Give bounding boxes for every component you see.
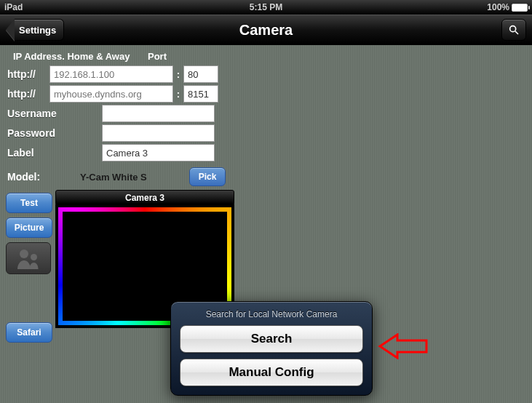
pick-button[interactable]: Pick bbox=[189, 167, 226, 186]
proto-label-2: http:// bbox=[7, 88, 49, 100]
camera-form: IP Address. Home & Away Port http:// : h… bbox=[0, 45, 269, 187]
row-label: Label bbox=[7, 143, 262, 162]
nav-bar: Settings Camera bbox=[0, 15, 532, 45]
preview-title: Camera 3 bbox=[55, 190, 234, 204]
form-headers: IP Address. Home & Away Port bbox=[7, 51, 262, 62]
search-popover: Search for Local Network Camera Search M… bbox=[170, 301, 373, 396]
status-battery-percent: 100% bbox=[487, 2, 509, 12]
row-password: Password bbox=[7, 124, 262, 143]
colon-sep-1: : bbox=[173, 69, 183, 80]
search-button[interactable] bbox=[501, 19, 526, 41]
app-root: iPad 5:15 PM 100% Settings Camera IP Add… bbox=[0, 0, 532, 403]
label-input[interactable] bbox=[102, 144, 215, 161]
colon-sep-2: : bbox=[173, 89, 183, 100]
row-username: Username bbox=[7, 104, 262, 123]
username-label: Username bbox=[7, 108, 102, 119]
safari-button[interactable]: Safari bbox=[6, 322, 52, 343]
away-ip-input[interactable] bbox=[49, 85, 173, 103]
person-silhouette-icon bbox=[15, 247, 41, 269]
status-battery: 100% bbox=[487, 2, 528, 12]
popover-search-button[interactable]: Search bbox=[180, 325, 363, 353]
home-port-input[interactable] bbox=[183, 65, 218, 83]
svg-point-0 bbox=[510, 26, 516, 32]
popover-title: Search for Local Network Camera bbox=[180, 309, 363, 319]
magnifier-icon bbox=[508, 24, 520, 36]
side-buttons: Test Picture Safari bbox=[6, 190, 52, 343]
back-button[interactable]: Settings bbox=[6, 19, 64, 41]
row-model: Model: Y-Cam White S Pick bbox=[7, 167, 262, 187]
password-label: Password bbox=[7, 127, 102, 139]
label-label: Label bbox=[7, 147, 102, 159]
row-home-address: http:// : bbox=[7, 65, 262, 84]
back-chevron-icon bbox=[6, 19, 15, 41]
username-input[interactable] bbox=[102, 105, 215, 122]
svg-line-1 bbox=[515, 31, 518, 34]
proto-label-1: http:// bbox=[7, 68, 49, 80]
status-bar: iPad 5:15 PM 100% bbox=[0, 0, 532, 15]
svg-point-3 bbox=[31, 254, 37, 260]
page-title: Camera bbox=[239, 22, 293, 39]
model-label: Model: bbox=[7, 171, 80, 183]
header-port: Port bbox=[148, 51, 191, 62]
back-button-label: Settings bbox=[15, 19, 64, 41]
test-button[interactable]: Test bbox=[6, 193, 52, 213]
status-time: 5:15 PM bbox=[250, 2, 282, 12]
model-value: Y-Cam White S bbox=[80, 172, 189, 183]
battery-icon bbox=[512, 4, 528, 12]
popover-manual-config-button[interactable]: Manual Config bbox=[180, 359, 363, 386]
header-ip: IP Address. Home & Away bbox=[13, 51, 148, 62]
status-device: iPad bbox=[4, 2, 23, 12]
svg-point-2 bbox=[20, 250, 28, 258]
password-input[interactable] bbox=[102, 124, 215, 142]
row-away-address: http:// : bbox=[7, 84, 262, 103]
away-port-input[interactable] bbox=[183, 85, 218, 103]
home-ip-input[interactable] bbox=[49, 65, 173, 83]
picture-button[interactable]: Picture bbox=[6, 218, 52, 238]
thumbnail-slot[interactable] bbox=[6, 242, 51, 274]
